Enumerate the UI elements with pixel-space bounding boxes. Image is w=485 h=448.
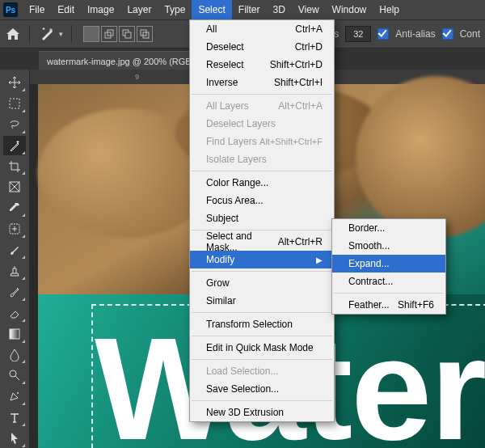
svg-rect-9 [10,329,19,339]
home-icon[interactable] [5,26,21,42]
blur-tool-icon[interactable] [3,345,26,365]
frame-tool-icon[interactable] [3,177,26,197]
menu-type[interactable]: Type [158,0,192,19]
menu-select[interactable]: Select [192,0,231,19]
image-content [356,76,485,238]
selection-add-icon[interactable] [101,26,117,42]
menu-separator [192,336,332,336]
menu-item-grow[interactable]: Grow [190,274,334,292]
menu-item-transform-selection[interactable]: Transform Selection [190,315,334,333]
gradient-tool-icon[interactable] [3,324,26,344]
menu-edit[interactable]: Edit [51,0,81,19]
menu-view[interactable]: View [292,0,326,19]
crop-tool-icon[interactable] [3,157,26,176]
menu-image[interactable]: Image [81,0,120,19]
menu-item-save-selection[interactable]: Save Selection... [190,380,334,398]
svg-rect-6 [10,99,19,108]
menu-item-focus-area[interactable]: Focus Area... [190,192,334,209]
tolerance-input[interactable]: 32 [345,26,371,42]
menu-item-new-3d-extrusion[interactable]: New 3D Extrusion [190,404,334,421]
select-menu-dropdown: AllCtrl+A DeselectCtrl+D ReselectShift+C… [189,19,335,422]
submenu-item-feather[interactable]: Feather...Shift+F6 [332,296,445,314]
menu-item-reselect[interactable]: ReselectShift+Ctrl+D [190,56,334,74]
contiguous-checkbox[interactable] [442,28,453,40]
menu-window[interactable]: Window [326,0,373,19]
menu-item-subject[interactable]: Subject [190,209,334,227]
pen-tool-icon[interactable] [3,387,26,406]
tool-preset-icon[interactable] [38,24,57,44]
menu-separator [192,271,332,272]
modify-submenu: Border... Smooth... Expand... Contract..… [331,218,446,315]
magic-wand-tool-icon[interactable] [3,136,26,155]
menu-layer[interactable]: Layer [120,0,158,19]
menu-item-inverse[interactable]: InverseShift+Ctrl+I [190,74,334,91]
svg-point-11 [17,392,19,394]
submenu-item-border[interactable]: Border... [332,219,445,237]
submenu-item-contract[interactable]: Contract... [332,273,445,290]
contiguous-label: Cont [460,28,480,40]
menu-separator [192,400,332,401]
history-brush-tool-icon[interactable] [3,282,26,302]
submenu-item-smooth[interactable]: Smooth... [332,237,445,255]
menu-help[interactable]: Help [373,0,406,19]
submenu-item-expand[interactable]: Expand... [332,255,445,273]
eraser-tool-icon[interactable] [3,303,26,323]
clone-stamp-tool-icon[interactable] [3,261,26,281]
type-tool-icon[interactable] [3,408,26,427]
path-selection-tool-icon[interactable] [3,429,26,448]
lasso-tool-icon[interactable] [3,115,26,134]
menu-separator [192,359,332,360]
menu-item-isolate-layers: Isolate Layers [190,150,334,168]
menu-file[interactable]: File [23,0,51,19]
chevron-down-icon[interactable]: ▾ [59,30,63,38]
tools-panel [0,70,30,448]
menu-item-load-selection: Load Selection... [190,362,334,380]
menu-filter[interactable]: Filter [232,0,267,19]
menu-separator [192,94,332,95]
menu-item-find-layers: Find LayersAlt+Shift+Ctrl+F [190,133,334,150]
menu-item-color-range[interactable]: Color Range... [190,174,334,192]
menu-item-deselect-layers: Deselect Layers [190,115,334,133]
eyedropper-tool-icon[interactable] [3,198,26,218]
menu-item-modify[interactable]: Modify▶ [190,251,334,268]
selection-mode-group [83,26,153,42]
separator [71,25,72,43]
menu-item-deselect[interactable]: DeselectCtrl+D [190,38,334,56]
menu-separator [334,293,444,294]
submenu-arrow-icon: ▶ [316,256,323,264]
document-tab[interactable]: watermark-image.jpg @ 200% (RGB... [39,51,207,71]
brush-tool-icon[interactable] [3,240,26,260]
menu-separator [192,171,332,171]
menu-item-select-and-mask[interactable]: Select and Mask...Alt+Ctrl+R [190,233,334,251]
marquee-tool-icon[interactable] [3,94,26,113]
menu-separator [192,312,332,313]
dodge-tool-icon[interactable] [3,366,26,385]
svg-point-10 [10,370,16,377]
menu-item-similar[interactable]: Similar [190,292,334,310]
selection-new-icon[interactable] [83,26,99,42]
menu-item-all-layers: All LayersAlt+Ctrl+A [190,97,334,115]
menubar: Ps File Edit Image Layer Type Select Fil… [0,0,485,19]
app-logo: Ps [3,2,18,17]
antialias-label: Anti-alias [395,28,435,40]
selection-subtract-icon[interactable] [119,26,135,42]
move-tool-icon[interactable] [3,73,26,92]
healing-brush-tool-icon[interactable] [3,219,26,239]
svg-rect-3 [125,32,131,38]
menu-item-all[interactable]: AllCtrl+A [190,20,334,38]
selection-intersect-icon[interactable] [137,26,153,42]
menu-item-quick-mask[interactable]: Edit in Quick Mask Mode [190,339,334,357]
separator [29,25,30,43]
antialias-checkbox[interactable] [377,28,389,40]
menu-3d[interactable]: 3D [266,0,291,19]
